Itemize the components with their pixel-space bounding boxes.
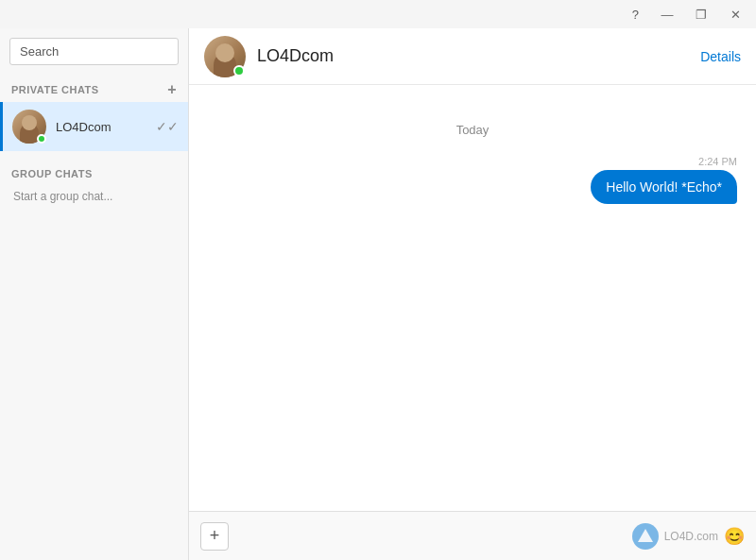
messages-area: Today 2:24 PM Hello World! *Echo* [189,85,756,511]
window-controls: — ❐ ✕ [654,1,748,27]
emoji-button[interactable]: 😊 [724,526,745,547]
messages-list: 2:24 PM Hello World! *Echo* [208,156,737,204]
help-icon[interactable]: ? [632,8,639,22]
group-chats-header: GROUP CHATS [0,161,188,184]
online-indicator [37,134,46,144]
main-chat: LO4Dcom Details Today 2:24 PM Hello Worl… [189,28,756,560]
chat-item-lo4dcom[interactable]: LO4Dcom ✓✓ [0,102,188,151]
message-input[interactable] [238,529,625,544]
contact-name: LO4Dcom [56,120,152,134]
minimize-button[interactable]: — [654,1,680,27]
maximize-button[interactable]: ❐ [688,1,714,27]
sidebar: PRIVATE CHATS + LO4Dcom ✓✓ GROUP CHATS S… [0,28,189,560]
start-group-button[interactable]: Start a group chat... [0,184,188,209]
private-chats-header: PRIVATE CHATS + [0,75,188,102]
group-chats-section: GROUP CHATS Start a group chat... [0,161,188,209]
header-online-indicator [233,65,245,76]
private-chats-label: PRIVATE CHATS [11,84,99,95]
message-row: 2:24 PM Hello World! *Echo* [208,156,737,204]
message-bubble: Hello World! *Echo* [591,170,737,204]
avatar-wrapper [12,110,46,144]
app-container: PRIVATE CHATS + LO4Dcom ✓✓ GROUP CHATS S… [0,28,756,560]
lo4d-logo-icon [632,523,659,550]
read-check-icon: ✓✓ [156,119,179,134]
add-attachment-button[interactable]: + [200,522,229,551]
header-contact-name: LO4Dcom [257,46,700,66]
search-input[interactable] [9,38,179,65]
add-private-chat-button[interactable]: + [167,82,177,97]
details-link[interactable]: Details [700,49,741,64]
titlebar: ? — ❐ ✕ [0,0,756,28]
message-time: 2:24 PM [698,156,737,167]
svg-marker-0 [638,529,653,542]
chat-input-bar: + LO4D.com 😊 [189,511,756,560]
group-chats-label: GROUP CHATS [11,168,93,179]
lo4d-text: LO4D.com [664,530,718,543]
chat-header: LO4Dcom Details [189,28,756,85]
lo4d-watermark: LO4D.com [632,523,718,550]
date-divider: Today [208,123,737,137]
close-button[interactable]: ✕ [722,1,748,27]
search-container [0,28,188,75]
header-avatar-wrapper [204,36,246,77]
